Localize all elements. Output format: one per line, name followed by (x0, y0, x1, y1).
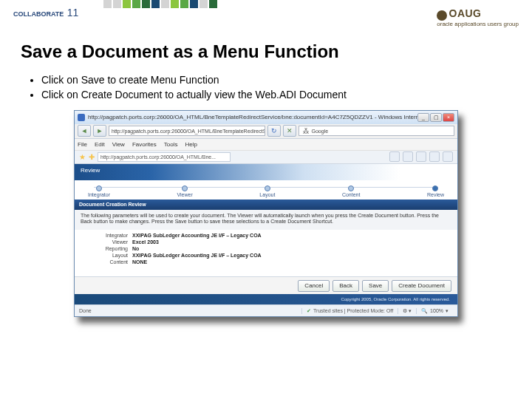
browser-tabbar: ★ ✚ http://pagpatch.ports.corp:26000/OA_… (75, 151, 457, 164)
tools-menu-button[interactable] (443, 151, 453, 162)
page-content: Review Integrator Viewer Layout Content … (75, 164, 457, 305)
kv-label: Integrator (81, 233, 132, 238)
status-trusted: Trusted sites | Protected Mode: Off (313, 308, 393, 313)
cancel-button[interactable]: Cancel (298, 280, 330, 292)
kv-label: Content (81, 259, 132, 265)
browser-menubar: File Edit View Favorites Tools Help (75, 139, 457, 151)
collab-year: 11 (67, 7, 79, 18)
oaug-logo: OAUG oracle applications users group (437, 7, 519, 27)
ie-icon (78, 114, 85, 121)
favorites-star-icon[interactable]: ★ (79, 153, 86, 161)
protected-mode-toggle[interactable]: ⚙ ▾ (398, 308, 416, 314)
step-content[interactable]: Content (342, 185, 361, 197)
active-tab[interactable]: http://pagpatch.ports.corp:26000/OA_HTML… (98, 152, 231, 162)
status-done: Done (79, 308, 123, 313)
slide-title: Save a Document as a Menu Function (21, 41, 511, 62)
step-viewer[interactable]: Viewer (177, 185, 193, 197)
stop-button[interactable]: ✕ (283, 125, 296, 137)
kv-value: XXIPAG SubLedger Accounting JE I/F – Leg… (132, 253, 262, 258)
step-review[interactable]: Review (427, 185, 444, 197)
oaug-tagline: oracle applications users group (437, 21, 519, 27)
step-integrator[interactable]: Integrator (88, 185, 110, 197)
page-menu-button[interactable] (429, 151, 440, 162)
refresh-button[interactable]: ↻ (267, 125, 281, 137)
minimize-button[interactable]: _ (417, 113, 429, 122)
home-button[interactable] (389, 151, 400, 162)
section-description: The following parameters will be used to… (81, 213, 451, 226)
save-button[interactable]: Save (362, 280, 389, 292)
kv-label: Viewer (81, 239, 132, 245)
globe-icon (437, 10, 447, 21)
decorative-squares (103, 0, 217, 8)
menu-favorites[interactable]: Favorites (132, 139, 157, 150)
step-layout[interactable]: Layout (259, 185, 275, 197)
action-button-bar: Cancel Back Save Create Document (75, 276, 457, 294)
address-bar[interactable]: http://pagpatch.ports.corp:26000/OA_HTML… (109, 126, 265, 136)
browser-statusbar: Done ✔Trusted sites | Protected Mode: Of… (75, 304, 457, 316)
back-button[interactable]: Back (332, 280, 359, 292)
review-label: Review (81, 167, 100, 174)
bullet-item: Click on Save to create Menu Function (41, 72, 511, 87)
menu-tools[interactable]: Tools (164, 139, 178, 150)
search-provider-icon: ⁂ (301, 128, 310, 134)
forward-nav-button[interactable]: ► (93, 125, 106, 137)
review-values: IntegratorXXIPAG SubLedger Accounting JE… (75, 230, 457, 276)
menu-edit[interactable]: Edit (95, 139, 105, 150)
kv-label: Layout (81, 253, 132, 258)
review-header-banner: Review (75, 164, 457, 180)
browser-window: http://pagpatch.ports.corp:26000/OA_HTML… (74, 110, 458, 318)
collaborate-logo: COLLABORATE 11 (13, 6, 78, 19)
shield-icon: ✔ (307, 308, 311, 314)
window-title: http://pagpatch.ports.corp:26000/OA_HTML… (88, 114, 417, 120)
kv-label: Reporting (81, 246, 132, 251)
back-nav-button[interactable]: ◄ (78, 125, 91, 137)
oaug-text: OAUG (449, 7, 482, 19)
oracle-copyright-footer: Copyright 2005, Oracle Corporation. All … (75, 294, 457, 304)
print-button[interactable] (416, 151, 426, 162)
create-document-button[interactable]: Create Document (392, 280, 451, 292)
maximize-button[interactable]: ▢ (430, 113, 442, 122)
section-body: The following parameters will be used to… (75, 210, 457, 231)
search-provider-label: Google (311, 129, 328, 134)
search-box[interactable]: ⁂ Google (299, 126, 455, 136)
collab-text: COLLABORATE (13, 10, 64, 18)
kv-value: XXIPAG SubLedger Accounting JE I/F – Leg… (132, 233, 262, 238)
bullet-item: Click on Create Document to actually vie… (41, 87, 511, 102)
add-favorites-icon[interactable]: ✚ (89, 153, 95, 161)
kv-value: No (132, 246, 139, 251)
slide-bullets: Click on Save to create Menu Function Cl… (21, 72, 511, 103)
kv-value: Excel 2003 (132, 239, 159, 245)
menu-view[interactable]: View (112, 139, 125, 150)
wizard-step-train: Integrator Viewer Layout Content Review (75, 180, 457, 200)
browser-nav-toolbar: ◄ ► http://pagpatch.ports.corp:26000/OA_… (75, 124, 457, 139)
kv-value: NONE (132, 259, 147, 265)
browser-titlebar: http://pagpatch.ports.corp:26000/OA_HTML… (75, 111, 457, 124)
slide-header-banner: COLLABORATE 11 OAUG oracle applications … (0, 0, 532, 35)
feeds-button[interactable] (403, 151, 413, 162)
menu-file[interactable]: File (78, 139, 87, 150)
zoom-level[interactable]: 🔍 100% ▾ (416, 308, 453, 314)
section-heading: Document Creation Review (75, 200, 457, 210)
close-button[interactable]: × (443, 113, 454, 122)
menu-help[interactable]: Help (185, 139, 197, 150)
